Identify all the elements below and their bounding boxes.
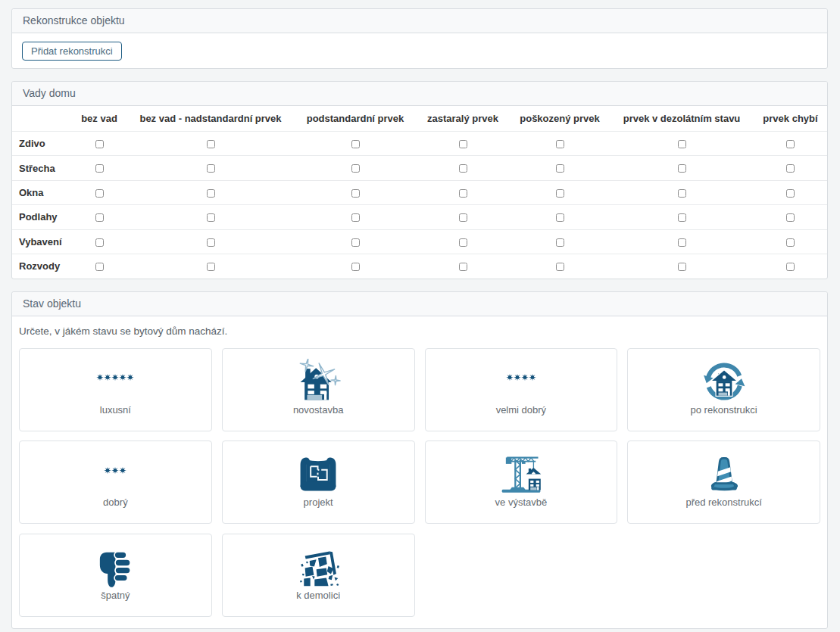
defect-checkbox[interactable] xyxy=(459,140,467,148)
defect-checkbox[interactable] xyxy=(556,213,564,222)
defect-checkbox[interactable] xyxy=(556,164,564,173)
object-condition-panel-header: Stav objektu xyxy=(12,292,827,316)
condition-option-pred-rekonstrukci[interactable]: před rekonstrukcí xyxy=(627,441,820,524)
defect-checkbox[interactable] xyxy=(786,263,795,271)
defects-cell xyxy=(72,132,126,156)
condition-option-projekt[interactable]: projekt xyxy=(222,441,415,524)
defects-column-header: bez vad xyxy=(72,106,126,132)
condition-option-luxusni[interactable]: luxusní xyxy=(19,348,212,431)
reconstruction-panel: Rekonstrukce objektu Přidat rekonstrukci xyxy=(11,8,828,69)
defects-cell xyxy=(510,254,610,278)
defects-row-label: Rozvody xyxy=(12,254,72,278)
condition-option-label: projekt xyxy=(304,497,333,508)
defects-cell xyxy=(510,229,610,254)
defect-checkbox[interactable] xyxy=(459,164,467,173)
defect-checkbox[interactable] xyxy=(786,189,795,198)
defects-table: bez vad bez vad - nadstandardní prvek po… xyxy=(12,106,827,279)
defect-checkbox[interactable] xyxy=(351,140,360,148)
condition-option-velmi-dobry[interactable]: velmi dobrý xyxy=(425,348,618,431)
defects-cell xyxy=(754,156,827,180)
defect-checkbox[interactable] xyxy=(459,238,467,247)
defect-checkbox[interactable] xyxy=(95,189,104,198)
condition-option-k-demolici[interactable]: k demolici xyxy=(222,534,415,617)
defect-checkbox[interactable] xyxy=(207,213,215,222)
defects-row-zdivo: Zdivo xyxy=(12,132,827,156)
add-reconstruction-button[interactable]: Přidat rekonstrukci xyxy=(22,42,122,61)
defect-checkbox[interactable] xyxy=(678,238,686,247)
defect-checkbox[interactable] xyxy=(556,263,564,271)
defects-cell xyxy=(295,132,416,156)
defect-checkbox[interactable] xyxy=(678,189,686,198)
condition-options-grid: luxusní novostavba velmi dobrý po rekons… xyxy=(19,348,820,617)
defect-checkbox[interactable] xyxy=(95,238,104,247)
defects-cell xyxy=(510,205,610,229)
defect-checkbox[interactable] xyxy=(95,164,104,173)
defects-cell xyxy=(126,180,295,204)
house-defects-panel-header: Vady domu xyxy=(12,82,827,106)
reconstruction-panel-body: Přidat rekonstrukci xyxy=(12,33,827,68)
defect-checkbox[interactable] xyxy=(351,213,360,222)
defect-checkbox[interactable] xyxy=(351,164,360,173)
defects-table-body: ZdivoStřechaOknaPodlahyVybaveníRozvody xyxy=(12,132,827,279)
demolition-icon xyxy=(295,544,341,590)
defect-checkbox[interactable] xyxy=(351,238,360,247)
defects-cell xyxy=(295,205,416,229)
defects-column-header: prvek chybí xyxy=(754,106,827,132)
defects-column-header: bez vad - nadstandardní prvek xyxy=(126,106,295,132)
object-condition-panel-title: Stav objektu xyxy=(23,297,81,310)
defects-cell xyxy=(126,132,295,156)
defects-cell xyxy=(416,132,510,156)
defects-cell xyxy=(416,254,510,278)
defect-checkbox[interactable] xyxy=(207,263,215,271)
defect-checkbox[interactable] xyxy=(786,140,795,148)
defect-checkbox[interactable] xyxy=(459,263,467,271)
defects-cell xyxy=(126,229,295,254)
defect-checkbox[interactable] xyxy=(95,263,104,271)
defects-cell xyxy=(610,229,754,254)
defect-checkbox[interactable] xyxy=(678,164,686,173)
defect-checkbox[interactable] xyxy=(678,140,686,148)
blueprint-icon xyxy=(295,451,341,497)
defects-cell xyxy=(610,254,754,278)
defect-checkbox[interactable] xyxy=(556,140,564,148)
defect-checkbox[interactable] xyxy=(786,238,795,247)
reconstruction-panel-header: Rekonstrukce objektu xyxy=(12,9,827,33)
defects-cell xyxy=(72,180,126,204)
condition-option-novostavba[interactable]: novostavba xyxy=(222,348,415,431)
condition-option-dobry[interactable]: dobrý xyxy=(19,441,212,524)
defects-cell xyxy=(610,156,754,180)
defect-checkbox[interactable] xyxy=(351,263,360,271)
defect-checkbox[interactable] xyxy=(556,238,564,247)
defects-cell xyxy=(610,205,754,229)
defects-row-okna: Okna xyxy=(12,180,827,204)
defect-checkbox[interactable] xyxy=(459,189,467,198)
defects-cell xyxy=(72,156,126,180)
defects-column-header: zastaralý prvek xyxy=(416,106,510,132)
defect-checkbox[interactable] xyxy=(556,189,564,198)
defects-cell xyxy=(754,132,827,156)
defect-checkbox[interactable] xyxy=(786,164,795,173)
defects-cell xyxy=(72,229,126,254)
defect-checkbox[interactable] xyxy=(678,213,686,222)
defect-checkbox[interactable] xyxy=(95,213,104,222)
defect-checkbox[interactable] xyxy=(95,140,104,148)
defect-checkbox[interactable] xyxy=(207,164,215,173)
condition-option-label: před rekonstrukcí xyxy=(685,497,761,508)
defects-cell xyxy=(295,229,416,254)
defect-checkbox[interactable] xyxy=(786,213,795,222)
defect-checkbox[interactable] xyxy=(207,140,215,148)
defect-checkbox[interactable] xyxy=(678,263,686,271)
defect-checkbox[interactable] xyxy=(459,213,467,222)
defect-checkbox[interactable] xyxy=(207,238,215,247)
condition-option-spatny[interactable]: špatný xyxy=(19,534,212,617)
condition-option-label: ve výstavbě xyxy=(495,497,548,508)
defects-corner-cell xyxy=(12,106,72,132)
defects-cell xyxy=(295,180,416,204)
defect-checkbox[interactable] xyxy=(351,189,360,198)
defect-checkbox[interactable] xyxy=(207,189,215,198)
defects-cell xyxy=(610,180,754,204)
condition-option-label: po rekonstrukci xyxy=(691,405,757,416)
traffic-cone-icon xyxy=(701,451,747,497)
condition-option-po-rekonstrukci[interactable]: po rekonstrukci xyxy=(627,348,820,431)
condition-option-ve-vystavbe[interactable]: ve výstavbě xyxy=(425,441,618,524)
